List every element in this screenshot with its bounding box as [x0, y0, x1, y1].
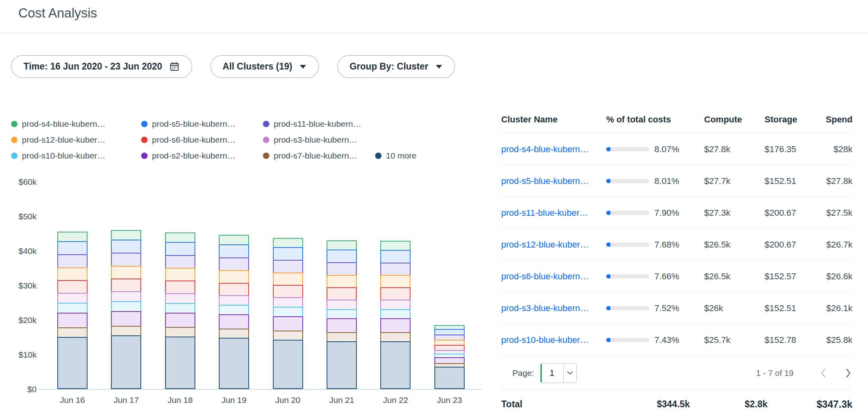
- cluster-name-cell: prod-s10-blue-kuber…: [501, 335, 606, 345]
- percent-label: 8.01%: [654, 176, 679, 186]
- cluster-name-link[interactable]: prod-s3-blue-kubern…: [501, 303, 589, 313]
- legend-item-prod-s7[interactable]: prod-s7-blue-kubern…: [263, 151, 375, 161]
- stacked-bar-jun-17[interactable]: [111, 230, 141, 389]
- bar-segment: [327, 240, 357, 250]
- bar-segment: [165, 293, 195, 304]
- bar-segment: [327, 300, 357, 310]
- column-header-percent-of-total-costs: % of total costs: [606, 114, 704, 125]
- x-axis-tick-label: Jun 20: [260, 395, 316, 405]
- column-header-spend: Spend: [819, 114, 852, 125]
- bar-segment: [219, 338, 249, 389]
- page-number-select[interactable]: 1: [540, 363, 577, 383]
- bar-segment: [434, 367, 465, 389]
- legend-item-more[interactable]: 10 more: [375, 151, 416, 161]
- bar-segment: [219, 295, 249, 306]
- storage-value: $152.51: [765, 303, 819, 314]
- percent-progress-track: [606, 211, 649, 215]
- bar-segment: [380, 287, 411, 300]
- cluster-name-link[interactable]: prod-s11-blue-kuber…: [501, 208, 588, 218]
- legend-item-prod-s10[interactable]: prod-s10-blue-kuber…: [11, 151, 141, 161]
- stacked-bar-jun-18[interactable]: [165, 232, 195, 389]
- legend-row: prod-s12-blue-kuber…prod-s6-blue-kubern……: [11, 132, 416, 148]
- cluster-name-link[interactable]: prod-s5-blue-kubern…: [501, 176, 589, 186]
- select-caret-down-icon: [564, 371, 576, 375]
- y-axis-tick-label: $0: [11, 385, 37, 394]
- stacked-bar-jun-21[interactable]: [327, 240, 357, 389]
- prod-s12-color-dot: [11, 137, 18, 143]
- legend-item-prod-s11[interactable]: prod-s11-blue-kubern…: [263, 119, 375, 129]
- stacked-bar-jun-19[interactable]: [219, 235, 249, 389]
- y-axis-tick-label: $40k: [11, 246, 37, 256]
- page-number-value: 1: [541, 368, 563, 378]
- bar-segment: [327, 287, 357, 300]
- table-row: prod-s3-blue-kubern…7.52%$26k$152.51$26.…: [501, 292, 852, 324]
- bar-segment: [219, 270, 249, 284]
- compute-value: $26k: [704, 303, 765, 314]
- next-page-button[interactable]: [845, 368, 852, 379]
- spend-value: $25.8k: [819, 335, 852, 345]
- compute-value: $27.3k: [704, 208, 765, 218]
- cluster-name-cell: prod-s6-blue-kubern…: [501, 271, 606, 282]
- group-by-filter-button[interactable]: Group By: Cluster: [337, 55, 455, 78]
- legend-item-prod-s5[interactable]: prod-s5-blue-kubern…: [141, 119, 263, 129]
- bar-segment: [327, 262, 357, 276]
- table-row: prod-s11-blue-kuber…7.90%$27.3k$200.67$2…: [501, 197, 852, 229]
- bar-segment: [111, 326, 141, 336]
- bar-segment: [219, 329, 249, 339]
- cluster-name-link[interactable]: prod-s4-blue-kubern…: [501, 144, 589, 154]
- stacked-bar-jun-22[interactable]: [380, 241, 411, 389]
- bar-segment: [111, 230, 141, 240]
- column-header-storage: Storage: [765, 114, 819, 125]
- bar-segment: [327, 275, 357, 288]
- prod-s2-color-dot: [141, 153, 148, 159]
- legend-item-prod-s2[interactable]: prod-s2-blue-kubern…: [141, 151, 263, 161]
- previous-page-button[interactable]: [820, 368, 826, 379]
- bar-segment: [273, 307, 303, 317]
- bar-segment: [165, 255, 195, 269]
- legend-item-prod-s3[interactable]: prod-s3-blue-kubern…: [263, 135, 375, 145]
- bar-segment: [111, 291, 141, 302]
- bar-segment: [111, 240, 141, 254]
- percent-cell: 7.52%: [606, 303, 704, 314]
- stacked-bar-jun-20[interactable]: [273, 238, 303, 389]
- bar-segment: [165, 232, 195, 243]
- percent-progress-fill: [606, 211, 611, 215]
- percent-label: 7.66%: [654, 271, 679, 282]
- bar-segment: [380, 300, 411, 310]
- y-axis-tick-label: $50k: [11, 212, 37, 221]
- cluster-name-link[interactable]: prod-s12-blue-kuber…: [501, 240, 589, 250]
- bar-segment: [273, 260, 303, 273]
- compute-value: $26.5k: [704, 271, 765, 282]
- storage-value: $152.51: [765, 176, 819, 186]
- stacked-bar-jun-16[interactable]: [57, 232, 88, 389]
- bar-segment: [165, 281, 195, 294]
- table-row: prod-s5-blue-kubern…8.01%$27.7k$152.51$2…: [501, 165, 852, 197]
- legend-item-prod-s4[interactable]: prod-s4-blue-kubern…: [11, 119, 141, 129]
- y-axis-tick-label: $60k: [11, 177, 37, 187]
- cluster-name-link[interactable]: prod-s10-blue-kuber…: [501, 335, 589, 345]
- legend-item-prod-s12[interactable]: prod-s12-blue-kuber…: [11, 135, 141, 145]
- bar-segment: [380, 250, 411, 263]
- cluster-name-cell: prod-s4-blue-kubern…: [501, 144, 606, 155]
- stacked-bar-jun-23[interactable]: [434, 325, 465, 389]
- legend-item-label: prod-s2-blue-kubern…: [152, 151, 235, 161]
- legend-item-label: prod-s12-blue-kuber…: [22, 135, 105, 145]
- legend-item-label: prod-s11-blue-kubern…: [274, 119, 361, 129]
- cluster-name-link[interactable]: prod-s6-blue-kubern…: [501, 271, 589, 281]
- legend-item-prod-s6[interactable]: prod-s6-blue-kubern…: [141, 135, 263, 145]
- percent-cell: 8.01%: [606, 176, 704, 186]
- caret-down-icon: [435, 64, 443, 69]
- compute-value: $25.7k: [704, 335, 765, 345]
- legend-item-label: prod-s6-blue-kubern…: [152, 135, 235, 145]
- time-range-filter-button[interactable]: Time: 16 Jun 2020 - 23 Jun 2020: [11, 55, 192, 78]
- clusters-filter-button[interactable]: All Clusters (19): [210, 55, 319, 78]
- percent-progress-fill: [606, 274, 611, 279]
- percent-cell: 7.68%: [606, 240, 704, 250]
- chart-plot: [39, 182, 481, 390]
- x-axis-tick-label: Jun 22: [368, 395, 423, 405]
- bar-segment: [111, 335, 141, 389]
- percent-progress-track: [606, 338, 649, 342]
- cluster-name-cell: prod-s12-blue-kuber…: [501, 240, 606, 250]
- bar-segment: [327, 250, 357, 263]
- bar-segment: [273, 247, 303, 261]
